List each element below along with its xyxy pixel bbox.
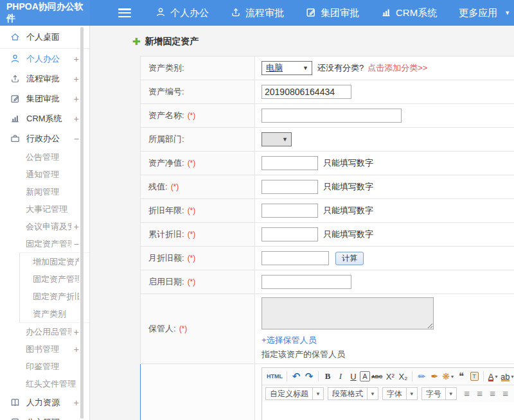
sidebar-item-news-mgmt[interactable]: 新闻管理 (0, 183, 89, 200)
field-label-text: 残值: (148, 182, 168, 191)
sidebar-item-workflow-approval[interactable]: 流程审批+ (0, 69, 89, 89)
top-nav: 个人办公流程审批集团审批CRM系统更多应用▼ (155, 7, 510, 19)
sidebar-item-red-header-doc-mgmt[interactable]: 红头文件管理 (0, 375, 89, 392)
select-custodian-link[interactable]: +选择保管人员 (261, 335, 434, 346)
sidebar-item-notice-mgmt[interactable]: 通知管理 (0, 166, 89, 183)
nav-personal-office[interactable]: 个人办公 (155, 7, 209, 19)
field-value-start-date (255, 270, 514, 294)
fixed-asset-form: 资产类别:电脑▼还没有分类?点击添加分类>>资产编号:资产名称:(*)所属部门:… (140, 56, 514, 420)
redo-button[interactable]: ↷ (303, 370, 315, 383)
monthly-depreciation-input[interactable] (261, 251, 329, 265)
justify-icon: ≡ (502, 389, 508, 399)
sidebar-item-announcement-mgmt[interactable]: 公告管理 (0, 148, 89, 166)
sidebar-item-personal-desktop[interactable]: 个人桌面 (0, 26, 89, 49)
form-row-department: 所属部门:▼ (141, 128, 514, 152)
rich-text-editor: HTML↶↷BIUAABCX²X₂✏✒❋▾❝TA▾ab▾≣自定义标题▼段落格式▼… (261, 367, 514, 420)
sidebar-item-label: 办公用品管理 (26, 326, 71, 338)
sidebar-item-memorabilia-mgmt[interactable]: 大事记管理 (0, 200, 89, 218)
italic-button[interactable]: I (334, 370, 347, 383)
department-select[interactable]: ▼ (261, 132, 292, 146)
font-style-button[interactable]: A (360, 371, 370, 381)
sidebar-item-personal-office[interactable]: 个人办公+ (0, 49, 89, 69)
paragraph-format-select[interactable]: 段落格式▼ (328, 387, 378, 400)
superscript-button[interactable]: X² (384, 370, 396, 383)
blockquote-button[interactable]: ❝ (455, 370, 468, 383)
asset-category-select[interactable]: 电脑▼ (261, 61, 312, 75)
underline-button[interactable]: U (347, 370, 360, 383)
hamburger-menu-icon[interactable] (118, 8, 131, 17)
custodian-textarea[interactable] (261, 297, 434, 329)
paste-button[interactable]: T (468, 370, 481, 383)
toolbar-separator (412, 371, 412, 381)
undo-icon: ↶ (292, 371, 301, 381)
subscript-button[interactable]: X₂ (396, 370, 409, 383)
nav-group-approval[interactable]: 集团审批 (306, 7, 359, 19)
chevron-down-icon: ▼ (312, 388, 323, 399)
sidebar-item-asset-category[interactable]: 资产类别 (20, 305, 89, 322)
bold-button[interactable]: B (321, 370, 334, 383)
sidebar-item-fixed-asset-manage[interactable]: 固定资产管理 (20, 270, 89, 288)
sidebar-item-label: 印鉴管理 (26, 361, 79, 372)
salvage-value-input[interactable] (261, 180, 318, 194)
nav-more-apps[interactable]: 更多应用▼ (459, 7, 510, 19)
format-painter-button[interactable]: ❋▾ (441, 370, 455, 383)
form-row-start-date: 启用日期:(*) (141, 270, 514, 294)
font-family-select[interactable]: 字体▼ (382, 387, 418, 400)
sidebar-item-fixed-asset-mgmt[interactable]: 固定资产管理− (0, 235, 89, 252)
font-size-select[interactable]: 字号▼ (421, 387, 457, 400)
person-icon (155, 7, 166, 19)
sidebar-item-document-mgmt[interactable]: 公文管理+ (0, 412, 89, 420)
font-color-button[interactable]: A▾ (486, 370, 499, 383)
paste-icon: T (470, 372, 479, 381)
sidebar-item-group-approval[interactable]: 集团审批+ (0, 89, 89, 109)
sidebar-item-fixed-asset-depreciation[interactable]: 固定资产折旧 (20, 288, 89, 305)
doc-icon (10, 417, 21, 420)
asset-number-input[interactable] (261, 85, 351, 99)
add-category-link[interactable]: 点击添加分类>> (368, 62, 427, 74)
align-right-button[interactable]: ≡ (486, 387, 499, 400)
nav-workflow-approval[interactable]: 流程审批 (231, 7, 284, 19)
sidebar-item-seal-mgmt[interactable]: 印鉴管理 (0, 358, 89, 375)
sidebar-item-label: 大事记管理 (26, 204, 79, 215)
form-row-description-editor: HTML↶↷BIUAABCX²X₂✏✒❋▾❝TA▾ab▾≣自定义标题▼段落格式▼… (141, 364, 514, 420)
field-value-monthly-depreciation: 计算 (255, 247, 514, 270)
custom-title-select[interactable]: 自定义标题▼ (265, 387, 324, 400)
eraser-button[interactable]: ✏ (415, 370, 428, 383)
sidebar-item-add-fixed-asset[interactable]: 增加固定资产 (20, 253, 89, 270)
field-label-custodian: 保管人:(*) (141, 294, 255, 364)
undo-button[interactable]: ↶ (290, 370, 303, 383)
sidebar-item-book-mgmt[interactable]: 图书管理+ (0, 340, 89, 358)
home-icon (10, 32, 21, 42)
format-brush-button[interactable]: ✒ (428, 370, 441, 383)
sidebar-item-office-supplies-mgmt[interactable]: 办公用品管理+ (0, 323, 89, 340)
start-date-input[interactable] (261, 275, 351, 289)
sidebar: 个人桌面个人办公+流程审批+集团审批+CRM系统+行政办公−公告管理通知管理新闻… (0, 26, 90, 420)
editor-toolbar-row1: HTML↶↷BIUAABCX²X₂✏✒❋▾❝TA▾ab▾≣ (262, 368, 514, 385)
calculate-button[interactable]: 计算 (335, 252, 364, 265)
editor-content-area[interactable] (262, 402, 514, 420)
sidebar-item-crm-system[interactable]: CRM系统+ (0, 109, 89, 128)
chevron-down-icon: ▼ (504, 10, 510, 16)
asset-net-value-input[interactable] (261, 156, 318, 170)
depreciation-years-input[interactable] (261, 204, 318, 218)
sidebar-item-admin-office[interactable]: 行政办公− (0, 128, 89, 148)
highlight-button[interactable]: ab▾ (499, 370, 514, 383)
form-row-accumulated-depreciation: 累计折旧:(*)只能填写数字 (141, 223, 514, 247)
form-row-depreciation-years: 折旧年限:(*)只能填写数字 (141, 199, 514, 223)
justify-button[interactable]: ≡ (499, 387, 512, 400)
align-center-button[interactable]: ≡ (474, 387, 486, 400)
html-source-button[interactable]: HTML (265, 370, 284, 383)
nav-crm-system[interactable]: CRM系统 (381, 7, 437, 19)
sidebar-scrollbar[interactable] (80, 27, 84, 419)
chevron-down-icon: ▼ (367, 388, 378, 399)
sidebar-item-meeting-request-mgmt[interactable]: 会议申请及安排+ (0, 218, 89, 235)
field-value-accumulated-depreciation: 只能填写数字 (255, 223, 514, 247)
numeric-only-hint: 只能填写数字 (323, 229, 373, 240)
asset-name-input[interactable] (261, 109, 402, 123)
strikethrough-button[interactable]: ABC (370, 370, 384, 383)
briefcase-icon (10, 134, 21, 144)
sidebar-item-human-resources[interactable]: 人力资源+ (0, 392, 89, 412)
field-label-text: 资产净值: (148, 158, 184, 168)
align-left-button[interactable]: ≡ (461, 387, 474, 400)
accumulated-depreciation-input[interactable] (261, 227, 318, 241)
